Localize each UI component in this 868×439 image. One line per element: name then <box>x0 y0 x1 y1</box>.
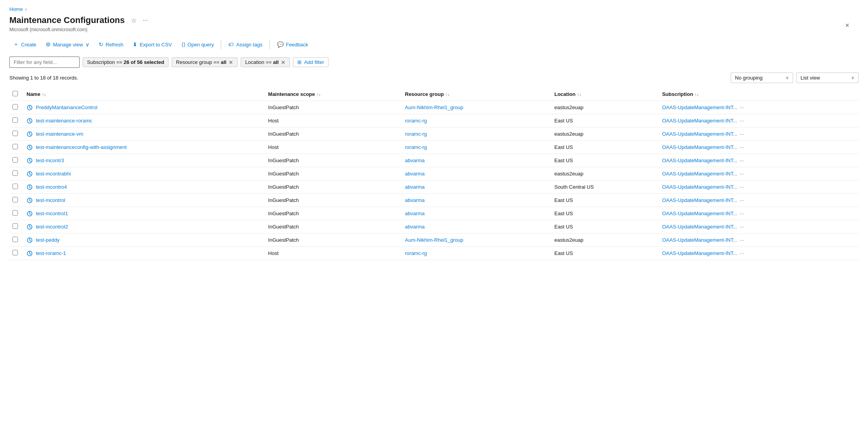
resource-name-link[interactable]: test-maintenance-vm <box>36 131 83 137</box>
maintenance-config-icon <box>27 158 33 164</box>
row-more-button[interactable]: ··· <box>740 237 744 243</box>
row-checkbox[interactable] <box>12 197 18 202</box>
view-type-dropdown[interactable]: List view ∨ <box>796 73 859 83</box>
row-more-button[interactable]: ··· <box>740 158 744 163</box>
row-checkbox[interactable] <box>12 157 18 163</box>
row-checkbox[interactable] <box>12 223 18 229</box>
resource-name-link[interactable]: test-mcontr3 <box>36 158 64 163</box>
subscription-link[interactable]: OAAS-UpdateManagement-INT... <box>662 211 737 216</box>
resource-name-link[interactable]: test-roramc-1 <box>36 250 66 256</box>
subscription-link[interactable]: OAAS-UpdateManagement-INT... <box>662 184 737 190</box>
row-more-button[interactable]: ··· <box>740 224 744 230</box>
resource-group-link[interactable]: roramc-rg <box>405 118 427 124</box>
maintenance-config-icon <box>27 250 33 257</box>
maintenance-scope-cell: InGuestPatch <box>263 101 400 114</box>
subscription-link[interactable]: OAAS-UpdateManagement-INT... <box>662 250 737 256</box>
close-button[interactable]: × <box>845 21 849 30</box>
resource-group-link[interactable]: abvarma <box>405 197 425 203</box>
resource-group-link[interactable]: abvarma <box>405 171 425 177</box>
name-sort-icon[interactable]: ↑↓ <box>42 92 46 97</box>
location-cell: East US <box>550 220 657 234</box>
subscription-cell: OAAS-UpdateManagement-INT...··· <box>657 194 859 207</box>
assign-tags-label: Assign tags <box>236 42 262 48</box>
subscription-link[interactable]: OAAS-UpdateManagement-INT... <box>662 171 737 177</box>
table-row: test-mcontro4InGuestPatchabvarmaSouth Ce… <box>9 181 859 194</box>
resource-name-link[interactable]: test-mcontrol1 <box>36 211 68 216</box>
maintenance-scope-sort-icon[interactable]: ↑↓ <box>316 92 321 97</box>
row-checkbox[interactable] <box>12 144 18 149</box>
resource-group-link[interactable]: roramc-rg <box>405 250 427 256</box>
row-checkbox-cell <box>9 207 22 220</box>
resource-name-link[interactable]: test-mcontrabhi <box>36 171 71 177</box>
resource-name-link[interactable]: test-mcontrol <box>36 197 65 203</box>
feedback-button[interactable]: 💬 Feedback <box>273 39 312 50</box>
row-more-button[interactable]: ··· <box>740 197 744 203</box>
row-more-button[interactable]: ··· <box>740 118 744 124</box>
subscription-link[interactable]: OAAS-UpdateManagement-INT... <box>662 237 737 243</box>
row-more-button[interactable]: ··· <box>740 104 744 110</box>
row-checkbox[interactable] <box>12 184 18 189</box>
toolbar: ＋ Create ⚙ Manage view ∨ ↻ Refresh ⬇ Exp… <box>9 39 859 50</box>
results-bar: Showing 1 to 18 of 18 records. No groupi… <box>9 73 859 83</box>
row-checkbox[interactable] <box>12 170 18 176</box>
row-checkbox[interactable] <box>12 104 18 110</box>
row-checkbox[interactable] <box>12 131 18 136</box>
name-cell: test-maintenance-vm <box>22 127 263 141</box>
resource-group-link[interactable]: Aum-Nikhim-Rhel1_group <box>405 104 463 110</box>
maintenance-scope-cell: InGuestPatch <box>263 167 400 181</box>
assign-tags-button[interactable]: 🏷 Assign tags <box>224 39 266 50</box>
resource-group-link[interactable]: abvarma <box>405 224 425 230</box>
open-query-button[interactable]: ⟨⟩ Open query <box>178 39 218 50</box>
filter-input[interactable] <box>9 57 80 68</box>
select-all-col <box>9 88 22 101</box>
subscription-link[interactable]: OAAS-UpdateManagement-INT... <box>662 118 737 124</box>
resource-group-link[interactable]: roramc-rg <box>405 144 427 150</box>
subscription-link[interactable]: OAAS-UpdateManagement-INT... <box>662 158 737 163</box>
resource-name-link[interactable]: test-peddy <box>36 237 60 243</box>
select-all-checkbox[interactable] <box>12 91 18 96</box>
more-options-button[interactable]: ··· <box>141 16 149 25</box>
row-checkbox[interactable] <box>12 117 18 123</box>
row-more-button[interactable]: ··· <box>740 184 744 190</box>
row-checkbox[interactable] <box>12 210 18 216</box>
resource-group-link[interactable]: abvarma <box>405 184 425 190</box>
subscription-sort-icon[interactable]: ↑↓ <box>695 92 699 97</box>
row-more-button[interactable]: ··· <box>740 211 744 216</box>
resource-name-link[interactable]: PreddyMantainanceControl <box>36 104 98 110</box>
subscription-link[interactable]: OAAS-UpdateManagement-INT... <box>662 131 737 137</box>
row-checkbox[interactable] <box>12 250 18 255</box>
row-more-button[interactable]: ··· <box>740 131 744 137</box>
resource-name-link[interactable]: test-mcontrol2 <box>36 224 68 230</box>
row-more-button[interactable]: ··· <box>740 250 744 256</box>
pin-button[interactable]: ☆ <box>130 16 138 25</box>
row-more-button[interactable]: ··· <box>740 171 744 177</box>
resource-group-sort-icon[interactable]: ↑↓ <box>446 92 450 97</box>
row-more-button[interactable]: ··· <box>740 144 744 150</box>
resource-group-link[interactable]: abvarma <box>405 158 425 163</box>
resource-name-link[interactable]: test-maintenance-roramc <box>36 118 92 124</box>
create-button[interactable]: ＋ Create <box>9 39 40 50</box>
export-csv-button[interactable]: ⬇ Export to CSV <box>129 39 176 50</box>
refresh-button[interactable]: ↻ Refresh <box>95 39 128 50</box>
location-sort-icon[interactable]: ↑↓ <box>577 92 581 97</box>
resource-name-link[interactable]: test-maintenanceconfig-with-assignment <box>36 144 127 150</box>
location-filter-close[interactable]: ✕ <box>281 60 286 65</box>
resource-group-cell: abvarma <box>400 167 550 181</box>
subscription-link[interactable]: OAAS-UpdateManagement-INT... <box>662 224 737 230</box>
location-cell: East US <box>550 247 657 260</box>
manage-view-button[interactable]: ⚙ Manage view ∨ <box>42 39 93 50</box>
subscription-link[interactable]: OAAS-UpdateManagement-INT... <box>662 104 737 110</box>
subscription-link[interactable]: OAAS-UpdateManagement-INT... <box>662 197 737 203</box>
resource-group-link[interactable]: abvarma <box>405 211 425 216</box>
subscription-link[interactable]: OAAS-UpdateManagement-INT... <box>662 144 737 150</box>
resource-group-link[interactable]: roramc-rg <box>405 131 427 137</box>
resource-group-link[interactable]: Aum-Nikhim-Rhel1_group <box>405 237 463 243</box>
breadcrumb-home[interactable]: Home <box>9 6 23 12</box>
add-filter-button[interactable]: ⊞ Add filter <box>293 57 328 67</box>
resource-group-filter-close[interactable]: ✕ <box>229 60 233 65</box>
grouping-dropdown[interactable]: No grouping ∨ <box>731 73 793 83</box>
row-checkbox[interactable] <box>12 237 18 242</box>
name-column-label: Name <box>27 91 40 97</box>
add-filter-label: Add filter <box>304 59 324 65</box>
resource-name-link[interactable]: test-mcontro4 <box>36 184 67 190</box>
